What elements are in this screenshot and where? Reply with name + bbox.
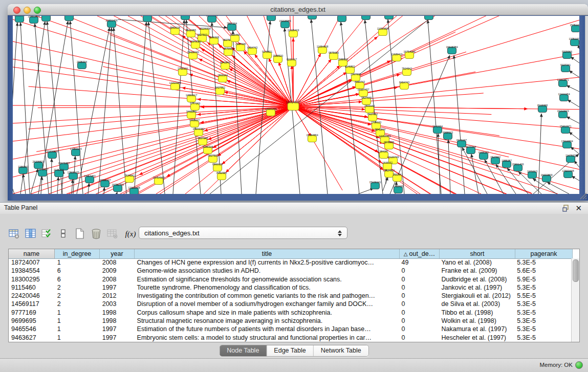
- table-select-dropdown[interactable]: citations_edges.txt: [139, 227, 347, 239]
- table-cell[interactable]: 49: [399, 258, 439, 267]
- red-edge[interactable]: [293, 106, 542, 194]
- table-cell[interactable]: 5.9E-5: [514, 275, 572, 283]
- black-edge[interactable]: [57, 177, 58, 194]
- table-cell[interactable]: 2012: [100, 292, 135, 300]
- black-edge[interactable]: [569, 71, 579, 77]
- table-vertical-scrollbar[interactable]: [571, 258, 579, 342]
- table-cell[interactable]: Changes of HCN gene expression and I(f) …: [135, 258, 399, 267]
- table-cell[interactable]: Nakamura et al. (1997): [439, 325, 514, 333]
- table-cell[interactable]: 5.3E-5: [514, 258, 572, 267]
- table-settings-icon[interactable]: [7, 227, 21, 240]
- table-cell[interactable]: 9699695: [9, 317, 55, 325]
- table-cell[interactable]: 2008: [100, 258, 135, 267]
- table-cell[interactable]: Jankovic et al. (1997): [439, 283, 514, 292]
- column-header-title[interactable]: title: [135, 249, 400, 258]
- black-edge[interactable]: [31, 169, 38, 194]
- table-cell[interactable]: 6: [55, 267, 100, 275]
- red-edge-arrow[interactable]: [293, 102, 362, 106]
- table-row[interactable]: 1456911722003Disruption of a novel membe…: [9, 300, 572, 308]
- table-cell[interactable]: 2008: [100, 275, 135, 283]
- red-edge[interactable]: [293, 106, 542, 194]
- graph-node[interactable]: [42, 16, 51, 21]
- red-edge-arrow[interactable]: [198, 99, 293, 106]
- black-edge[interactable]: [358, 188, 374, 194]
- table-cell[interactable]: Embryonic stem cells: a model to study s…: [135, 334, 399, 342]
- table-cell[interactable]: 9115460: [9, 283, 55, 292]
- red-edge-arrow[interactable]: [293, 74, 400, 106]
- table-row[interactable]: 1872400712008Changes of HCN gene express…: [9, 258, 572, 267]
- red-edge-arrow[interactable]: [244, 51, 293, 106]
- network-canvas[interactable]: 1872400718300295193845548860128891295518…: [13, 16, 579, 194]
- table-cell[interactable]: 9777169: [9, 309, 55, 317]
- black-edge[interactable]: [567, 85, 579, 92]
- table-cell[interactable]: Wolkin et al. (1998): [439, 317, 514, 325]
- table-cell[interactable]: Investigating the contribution of common…: [135, 292, 399, 300]
- graph-node[interactable]: [385, 16, 394, 19]
- red-edge[interactable]: [27, 16, 293, 106]
- red-edge-arrow[interactable]: [189, 74, 293, 106]
- network-vertical-scrollbar[interactable]: [585, 16, 588, 194]
- table-cell[interactable]: Yano et al. (2008): [439, 258, 514, 267]
- table-cell[interactable]: 2: [55, 292, 100, 300]
- black-edge[interactable]: [341, 22, 359, 194]
- column-header-out-de-[interactable]: △out_de…: [400, 249, 440, 258]
- black-edge[interactable]: [285, 28, 300, 194]
- table-cell[interactable]: 1997: [100, 283, 135, 292]
- table-cell[interactable]: 5.3E-5: [514, 334, 572, 342]
- black-edge[interactable]: [383, 177, 388, 191]
- red-edge[interactable]: [67, 16, 293, 106]
- red-edge[interactable]: [293, 16, 422, 106]
- table-cell[interactable]: 0: [399, 334, 439, 342]
- table-cell[interactable]: 2: [55, 283, 100, 292]
- black-edge[interactable]: [51, 159, 52, 194]
- red-edge[interactable]: [293, 77, 579, 106]
- table-cell[interactable]: 1998: [100, 317, 135, 325]
- red-edge-arrow[interactable]: [293, 54, 321, 106]
- delete-trash-icon[interactable]: [89, 227, 103, 240]
- scrollbar-thumb[interactable]: [573, 259, 579, 282]
- table-cell[interactable]: 0: [399, 325, 439, 333]
- table-row[interactable]: 946362711997Embryonic stem cells: a mode…: [9, 334, 572, 342]
- table-cell[interactable]: 0: [399, 309, 439, 317]
- table-cell[interactable]: Corpus callosum shape and size in male p…: [135, 309, 399, 317]
- black-edge[interactable]: [134, 22, 146, 194]
- new-document-icon[interactable]: [73, 227, 87, 240]
- table-cell[interactable]: 5.3E-5: [514, 317, 572, 325]
- table-cell[interactable]: 2: [55, 300, 100, 308]
- black-edge[interactable]: [569, 132, 579, 140]
- window-titlebar[interactable]: citations_edges.txt: [8, 4, 588, 15]
- table-cell[interactable]: 1: [55, 258, 100, 267]
- black-edge[interactable]: [547, 182, 569, 194]
- table-cell[interactable]: 0: [399, 300, 439, 308]
- graph-node[interactable]: [338, 16, 346, 22]
- table-cell[interactable]: 14569117: [9, 300, 55, 308]
- table-cell[interactable]: 1997: [100, 334, 135, 342]
- table-cell[interactable]: 1997: [100, 325, 135, 333]
- black-edge[interactable]: [148, 22, 165, 194]
- black-edge[interactable]: [574, 161, 579, 167]
- black-edge[interactable]: [567, 117, 579, 123]
- table-row[interactable]: 946554611997Estimation of the future num…: [9, 325, 572, 333]
- table-cell[interactable]: 5.6E-5: [514, 267, 572, 275]
- table-cell[interactable]: 6: [55, 275, 100, 283]
- table-cell[interactable]: 5.5E-5: [514, 292, 572, 300]
- table-cell[interactable]: Structural magnetic resonance image aver…: [135, 317, 399, 325]
- merge-rows-icon[interactable]: [56, 227, 71, 240]
- column-header-in-degree[interactable]: in_degree: [55, 249, 100, 258]
- close-panel-icon[interactable]: ✕: [575, 204, 582, 212]
- table-cell[interactable]: 18724007: [9, 258, 55, 267]
- black-edge[interactable]: [23, 174, 26, 194]
- graph-node[interactable]: [65, 16, 74, 21]
- table-cell[interactable]: 9463627: [9, 334, 55, 342]
- red-edge-arrow[interactable]: [232, 55, 293, 106]
- black-edge[interactable]: [568, 100, 579, 107]
- table-cell[interactable]: 18300295: [9, 275, 55, 283]
- table-row[interactable]: 2242004622012Investigating the contribut…: [9, 292, 572, 300]
- column-header-name[interactable]: name: [9, 249, 55, 258]
- column-header-year[interactable]: year: [100, 249, 135, 258]
- column-header-short[interactable]: short: [440, 249, 515, 258]
- window-resize-grip[interactable]: [579, 191, 587, 200]
- table-cell[interactable]: Genome-wide association studies in ADHD.: [135, 267, 399, 275]
- table-cell[interactable]: 0: [399, 283, 439, 292]
- red-edge-arrow[interactable]: [199, 59, 293, 106]
